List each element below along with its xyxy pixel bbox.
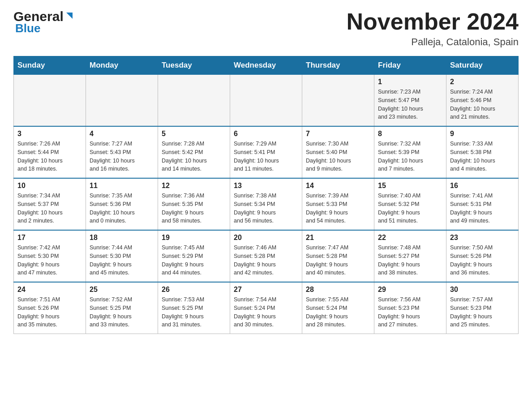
calendar-cell: 21Sunrise: 7:47 AM Sunset: 5:28 PM Dayli… <box>302 230 374 282</box>
calendar-cell: 23Sunrise: 7:50 AM Sunset: 5:26 PM Dayli… <box>446 230 519 282</box>
calendar-cell <box>86 75 158 127</box>
calendar-cell: 2Sunrise: 7:24 AM Sunset: 5:46 PM Daylig… <box>446 75 519 127</box>
weekday-header-saturday: Saturday <box>446 56 519 75</box>
calendar-cell: 8Sunrise: 7:32 AM Sunset: 5:39 PM Daylig… <box>374 126 446 178</box>
calendar-cell: 29Sunrise: 7:56 AM Sunset: 5:23 PM Dayli… <box>374 282 446 334</box>
calendar-cell: 26Sunrise: 7:53 AM Sunset: 5:25 PM Dayli… <box>158 282 230 334</box>
day-number: 19 <box>162 234 226 242</box>
day-info: Sunrise: 7:56 AM Sunset: 5:23 PM Dayligh… <box>378 295 442 329</box>
day-number: 18 <box>90 234 154 242</box>
calendar-table: SundayMondayTuesdayWednesdayThursdayFrid… <box>13 56 519 334</box>
day-info: Sunrise: 7:45 AM Sunset: 5:29 PM Dayligh… <box>162 244 226 277</box>
day-number: 21 <box>306 234 370 242</box>
day-info: Sunrise: 7:34 AM Sunset: 5:37 PM Dayligh… <box>17 192 82 225</box>
day-number: 26 <box>162 286 226 294</box>
location-title: Palleja, Catalonia, Spain <box>347 36 519 48</box>
day-info: Sunrise: 7:27 AM Sunset: 5:43 PM Dayligh… <box>90 140 154 173</box>
day-info: Sunrise: 7:54 AM Sunset: 5:24 PM Dayligh… <box>234 295 298 329</box>
calendar-cell: 9Sunrise: 7:33 AM Sunset: 5:38 PM Daylig… <box>446 126 519 178</box>
calendar-cell: 20Sunrise: 7:46 AM Sunset: 5:28 PM Dayli… <box>230 230 302 282</box>
day-info: Sunrise: 7:44 AM Sunset: 5:30 PM Dayligh… <box>90 244 154 277</box>
svg-marker-0 <box>66 13 73 19</box>
day-number: 24 <box>17 286 82 294</box>
day-info: Sunrise: 7:46 AM Sunset: 5:28 PM Dayligh… <box>234 244 298 277</box>
calendar-cell: 5Sunrise: 7:28 AM Sunset: 5:42 PM Daylig… <box>158 126 230 178</box>
calendar-week-row: 10Sunrise: 7:34 AM Sunset: 5:37 PM Dayli… <box>14 178 519 230</box>
day-info: Sunrise: 7:24 AM Sunset: 5:46 PM Dayligh… <box>450 88 515 121</box>
calendar-cell <box>230 75 302 127</box>
weekday-header-row: SundayMondayTuesdayWednesdayThursdayFrid… <box>14 56 519 75</box>
calendar-cell: 11Sunrise: 7:35 AM Sunset: 5:36 PM Dayli… <box>86 178 158 230</box>
day-number: 3 <box>17 130 82 138</box>
logo-triangle-icon <box>64 11 74 21</box>
calendar-cell: 24Sunrise: 7:51 AM Sunset: 5:26 PM Dayli… <box>14 282 86 334</box>
calendar-week-row: 24Sunrise: 7:51 AM Sunset: 5:26 PM Dayli… <box>14 282 519 334</box>
calendar-cell: 1Sunrise: 7:23 AM Sunset: 5:47 PM Daylig… <box>374 75 446 127</box>
day-number: 27 <box>234 286 298 294</box>
day-info: Sunrise: 7:40 AM Sunset: 5:32 PM Dayligh… <box>378 192 442 225</box>
day-number: 25 <box>90 286 154 294</box>
calendar-cell: 7Sunrise: 7:30 AM Sunset: 5:40 PM Daylig… <box>302 126 374 178</box>
day-info: Sunrise: 7:39 AM Sunset: 5:33 PM Dayligh… <box>306 192 370 225</box>
day-info: Sunrise: 7:55 AM Sunset: 5:24 PM Dayligh… <box>306 295 370 329</box>
day-number: 12 <box>162 182 226 190</box>
day-number: 13 <box>234 182 298 190</box>
day-number: 17 <box>17 234 82 242</box>
day-info: Sunrise: 7:42 AM Sunset: 5:30 PM Dayligh… <box>17 244 82 277</box>
calendar-cell <box>158 75 230 127</box>
day-number: 1 <box>378 78 442 86</box>
weekday-header-wednesday: Wednesday <box>230 56 302 75</box>
month-title: November 2024 <box>347 9 519 34</box>
day-number: 4 <box>90 130 154 138</box>
calendar-cell: 4Sunrise: 7:27 AM Sunset: 5:43 PM Daylig… <box>86 126 158 178</box>
day-info: Sunrise: 7:38 AM Sunset: 5:34 PM Dayligh… <box>234 192 298 225</box>
day-info: Sunrise: 7:53 AM Sunset: 5:25 PM Dayligh… <box>162 295 226 329</box>
calendar-cell: 22Sunrise: 7:48 AM Sunset: 5:27 PM Dayli… <box>374 230 446 282</box>
day-number: 30 <box>450 286 515 294</box>
calendar-week-row: 1Sunrise: 7:23 AM Sunset: 5:47 PM Daylig… <box>14 75 519 127</box>
weekday-header-sunday: Sunday <box>14 56 86 75</box>
calendar-cell <box>14 75 86 127</box>
calendar-cell: 14Sunrise: 7:39 AM Sunset: 5:33 PM Dayli… <box>302 178 374 230</box>
calendar-cell: 30Sunrise: 7:57 AM Sunset: 5:23 PM Dayli… <box>446 282 519 334</box>
day-number: 29 <box>378 286 442 294</box>
day-number: 8 <box>378 130 442 138</box>
day-number: 11 <box>90 182 154 190</box>
calendar-cell: 13Sunrise: 7:38 AM Sunset: 5:34 PM Dayli… <box>230 178 302 230</box>
day-number: 7 <box>306 130 370 138</box>
weekday-header-tuesday: Tuesday <box>158 56 230 75</box>
calendar-cell: 27Sunrise: 7:54 AM Sunset: 5:24 PM Dayli… <box>230 282 302 334</box>
calendar-cell: 10Sunrise: 7:34 AM Sunset: 5:37 PM Dayli… <box>14 178 86 230</box>
weekday-header-friday: Friday <box>374 56 446 75</box>
title-area: November 2024 Palleja, Catalonia, Spain <box>347 9 519 48</box>
calendar-cell <box>302 75 374 127</box>
calendar-cell: 25Sunrise: 7:52 AM Sunset: 5:25 PM Dayli… <box>86 282 158 334</box>
day-info: Sunrise: 7:26 AM Sunset: 5:44 PM Dayligh… <box>17 140 82 173</box>
calendar-cell: 3Sunrise: 7:26 AM Sunset: 5:44 PM Daylig… <box>14 126 86 178</box>
day-number: 6 <box>234 130 298 138</box>
day-info: Sunrise: 7:33 AM Sunset: 5:38 PM Dayligh… <box>450 140 515 173</box>
weekday-header-monday: Monday <box>86 56 158 75</box>
day-info: Sunrise: 7:48 AM Sunset: 5:27 PM Dayligh… <box>378 244 442 277</box>
day-info: Sunrise: 7:28 AM Sunset: 5:42 PM Dayligh… <box>162 140 226 173</box>
calendar-week-row: 3Sunrise: 7:26 AM Sunset: 5:44 PM Daylig… <box>14 126 519 178</box>
weekday-header-thursday: Thursday <box>302 56 374 75</box>
calendar-cell: 19Sunrise: 7:45 AM Sunset: 5:29 PM Dayli… <box>158 230 230 282</box>
day-number: 28 <box>306 286 370 294</box>
day-info: Sunrise: 7:47 AM Sunset: 5:28 PM Dayligh… <box>306 244 370 277</box>
day-info: Sunrise: 7:50 AM Sunset: 5:26 PM Dayligh… <box>450 244 515 277</box>
day-number: 23 <box>450 234 515 242</box>
page-header: General Blue November 2024 Palleja, Cata… <box>13 9 519 48</box>
calendar-cell: 17Sunrise: 7:42 AM Sunset: 5:30 PM Dayli… <box>14 230 86 282</box>
day-number: 2 <box>450 78 515 86</box>
day-number: 15 <box>378 182 442 190</box>
day-info: Sunrise: 7:30 AM Sunset: 5:40 PM Dayligh… <box>306 140 370 173</box>
day-info: Sunrise: 7:23 AM Sunset: 5:47 PM Dayligh… <box>378 88 442 121</box>
day-info: Sunrise: 7:52 AM Sunset: 5:25 PM Dayligh… <box>90 295 154 329</box>
day-number: 9 <box>450 130 515 138</box>
calendar-cell: 18Sunrise: 7:44 AM Sunset: 5:30 PM Dayli… <box>86 230 158 282</box>
day-info: Sunrise: 7:32 AM Sunset: 5:39 PM Dayligh… <box>378 140 442 173</box>
day-info: Sunrise: 7:41 AM Sunset: 5:31 PM Dayligh… <box>450 192 515 225</box>
day-info: Sunrise: 7:57 AM Sunset: 5:23 PM Dayligh… <box>450 295 515 329</box>
logo: General Blue <box>13 9 74 35</box>
